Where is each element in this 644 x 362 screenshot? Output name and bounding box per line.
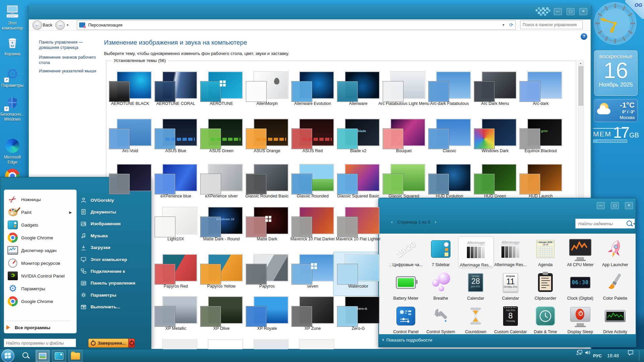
memory-gauge-widget[interactable]: MEM 17 GB: [592, 128, 639, 144]
start-menu-place-этот-компьютер[interactable]: Этот компьютер: [80, 254, 147, 265]
start-menu-item-ножницы[interactable]: ✂Ножницы: [6, 193, 74, 206]
start-menu-place-музыка[interactable]: Музыка: [80, 230, 147, 241]
desktop-icon-параметры[interactable]: ⚙↗Параметры: [0, 66, 25, 88]
gadget-item-calendar[interactable]: tuesday28june 2011Calendar: [458, 270, 493, 301]
gadgets-maximize-button[interactable]: ▢: [611, 202, 619, 209]
gadget-item-app-launcher[interactable]: App Launcher: [598, 236, 633, 267]
run-window-icon: [80, 304, 87, 310]
sidebar-link-2[interactable]: Изменение значков рабочего стола: [39, 55, 103, 65]
taskbar-explorer-button[interactable]: [68, 350, 83, 362]
analog-clock-widget[interactable]: [593, 1, 637, 46]
weather-widget[interactable]: -1°C 0° / -3° Москва: [594, 99, 638, 122]
close-button[interactable]: ✕: [579, 8, 587, 15]
start-menu-place-панель-управления[interactable]: Панель управления: [80, 278, 147, 289]
start-menu-item-paint[interactable]: Paint▶: [6, 206, 74, 219]
start-button[interactable]: [1, 349, 14, 362]
music-note-icon: [80, 232, 87, 239]
start-menu-item-диспетчер-задач[interactable]: Диспетчер задач: [6, 244, 74, 257]
show-desktop-separator[interactable]: [639, 351, 639, 361]
gadget-item-date-time[interactable]: Date & Time: [528, 303, 563, 334]
gadget-item-7-sidebar[interactable]: 7 Sidebar: [423, 236, 458, 267]
gadget-item-display-sleep[interactable]: Display Sleep: [563, 303, 598, 334]
gadgets-search-input[interactable]: [575, 219, 635, 229]
address-bar[interactable]: Персонализация ▼ ⟳: [77, 20, 516, 30]
start-menu-place-параметры[interactable]: Параметры: [80, 289, 147, 301]
start-menu-search-input[interactable]: [4, 339, 76, 347]
desktop-icon-microsoft-edge[interactable]: Microsoft Edge: [0, 137, 25, 165]
sidebar-link-1[interactable]: Панель управления — домашняя страница: [39, 40, 103, 50]
language-indicator[interactable]: РУС: [593, 349, 602, 362]
gadget-item-agenda[interactable]: ‹ februari 2009 ›18:18Agenda: [528, 236, 563, 267]
gadget-item-drive-activity[interactable]: Drive Activity: [598, 303, 633, 334]
volume-tray-icon[interactable]: [584, 349, 591, 356]
window-title-bar[interactable]: — ▢ ✕: [29, 5, 591, 20]
gadget-item-afterimage-res-[interactable]: AfterimageAfterimage Res...: [493, 236, 528, 267]
forward-button[interactable]: →: [55, 20, 65, 30]
gadget-item-battery-meter[interactable]: Battery Meter: [388, 270, 423, 301]
gadget-item--цифровые-ча-[interactable]: 19:20.: Цифровые ча...: [388, 236, 423, 267]
start-menu-place-загрузки[interactable]: Загрузки: [80, 242, 147, 253]
network-tray-icon[interactable]: [576, 349, 583, 356]
gadgets-close-button[interactable]: ✕: [625, 202, 633, 209]
gadgets-footer[interactable]: ∨ Показать подробности: [379, 334, 636, 347]
start-menu-item-google-chrome[interactable]: Google Chrome: [6, 295, 74, 308]
start-menu-item-nvidia-control-panel[interactable]: NVIDIA Control Panel: [6, 269, 74, 282]
maximize-button[interactable]: ▢: [567, 8, 575, 15]
desktop-icon-корзина[interactable]: Корзина: [0, 34, 25, 57]
start-menu-place-ovgorskiy[interactable]: OVGorskiy: [80, 194, 147, 206]
help-button[interactable]: ?: [581, 33, 587, 40]
start-menu-item-монитор-ресурсов[interactable]: Монитор ресурсов: [6, 257, 74, 269]
start-menu-place-изображения[interactable]: Изображения: [80, 218, 147, 230]
back-button[interactable]: ←: [33, 20, 42, 30]
shutdown-options-button[interactable]: [128, 339, 135, 348]
control-panel-search-input[interactable]: [520, 20, 583, 29]
page-next-icon[interactable]: ›: [430, 219, 441, 225]
gadget-item-countdown[interactable]: Countdown: [458, 303, 493, 334]
desktop-icon-безопасно-[interactable]: ↗Безопасно... Windows: [0, 95, 25, 122]
history-dropdown-icon[interactable]: ▼: [66, 23, 69, 27]
shutdown-button[interactable]: Завершени...: [88, 339, 128, 348]
calendar-black-icon: July 20108Thursday: [493, 303, 528, 329]
start-menu-place-подключение-к[interactable]: Подключение к: [80, 265, 147, 277]
desktop-icon-label: Безопасно... Windows: [0, 112, 25, 122]
gadget-item-all-cpu-meter[interactable]: All CPU Meter: [563, 236, 598, 267]
gadget-item-control-system[interactable]: Control System: [423, 303, 458, 334]
gadget-item-clock-digital-[interactable]: 06:30Clock (Digital): [563, 270, 598, 301]
all-programs-item[interactable]: Все программы: [6, 323, 72, 331]
page-prev-icon[interactable]: ‹: [386, 219, 397, 225]
gadgets-minimize-button[interactable]: —: [597, 202, 605, 209]
gadget-item-control-panel[interactable]: Control Panel: [388, 303, 423, 334]
taskbar-clock[interactable]: 18:48: [607, 349, 619, 362]
start-menu-place-выполнить-[interactable]: Выполнить...: [80, 301, 147, 313]
start-menu-item-параметры[interactable]: ⚙Параметры: [6, 282, 74, 295]
gadget-item-afterimage-res-[interactable]: AfterimageAfterimage Res...: [458, 236, 494, 268]
address-dropdown-icon[interactable]: ▼: [502, 23, 505, 27]
gadget-item-custom-calendar[interactable]: July 20108ThursdayCustom Calendar: [493, 303, 528, 334]
gadget-item-calendar[interactable]: вторник11Октябрь 2011Calendar: [493, 270, 528, 301]
gadget-item-clipboarder[interactable]: Clipboarder: [528, 270, 563, 301]
sidebar-link-3[interactable]: Изменение указателей мыши: [39, 68, 103, 74]
scroll-up-button[interactable]: ▲: [578, 61, 583, 66]
theme-color-square: [246, 264, 267, 285]
start-menu-item-google-chrome[interactable]: Google Chrome: [6, 231, 74, 244]
refresh-icon[interactable]: ⟳: [509, 22, 513, 27]
desktop-icon-этот-компьютер[interactable]: Этот компьютер: [0, 3, 25, 31]
action-center-icon[interactable]: [627, 349, 634, 356]
minimize-button[interactable]: —: [554, 8, 562, 15]
gadget-item-color-palette[interactable]: Color Palette: [598, 270, 633, 301]
place-label: Подключение к: [91, 269, 125, 274]
theme-name: Zero-G: [332, 326, 385, 331]
scroll-thumb[interactable]: [579, 66, 583, 106]
show-details-label: Показать подробности: [386, 338, 432, 343]
taskbar-search-button[interactable]: [21, 351, 30, 360]
taskbar-personalization-button[interactable]: [36, 350, 50, 362]
search-icon[interactable]: [627, 221, 632, 226]
calendar-widget[interactable]: воскресенье 16 Ноябрь 2025: [594, 50, 638, 96]
taskbar-gadgets-button[interactable]: [52, 350, 66, 362]
start-menu-place-документы[interactable]: Документы: [80, 206, 147, 218]
search-dropdown-icon[interactable]: ▼: [633, 222, 636, 226]
gadget-item-breathe[interactable]: Breathe: [423, 270, 458, 301]
theme-color-square: [246, 81, 267, 102]
start-menu-item-gadgets[interactable]: Gadgets: [6, 219, 74, 231]
memory-value: 17: [613, 123, 629, 141]
